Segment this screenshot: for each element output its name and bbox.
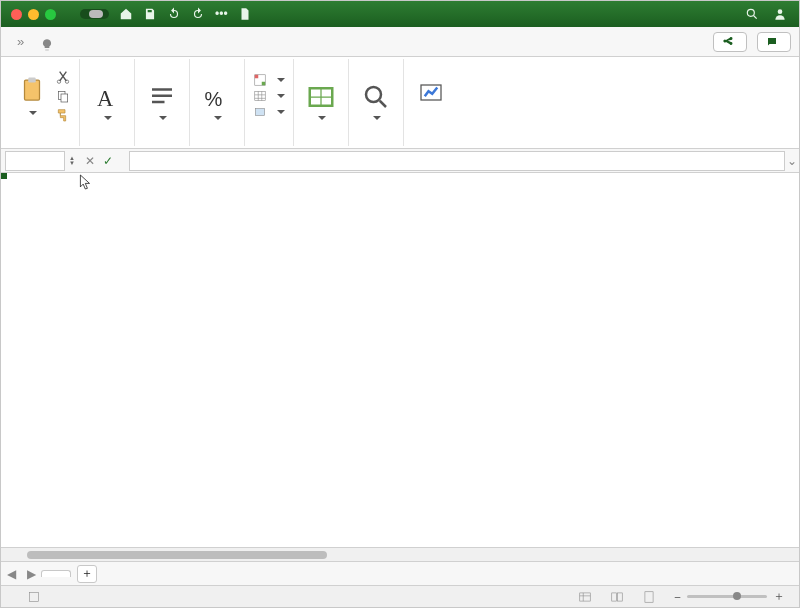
share-icon — [722, 36, 734, 48]
number-format-button[interactable]: % — [198, 80, 236, 124]
search-icon[interactable] — [745, 7, 759, 21]
window-controls — [1, 9, 66, 20]
svg-rect-18 — [29, 592, 38, 601]
paste-icon — [17, 75, 47, 105]
svg-rect-3 — [28, 77, 36, 82]
svg-rect-2 — [25, 80, 40, 100]
ribbon: x A % — [1, 57, 799, 149]
formula-input[interactable] — [129, 151, 785, 171]
cancel-formula-icon[interactable]: ✕ — [81, 154, 99, 168]
svg-text:A: A — [97, 85, 114, 110]
view-layout-icon[interactable] — [610, 590, 624, 604]
svg-point-1 — [778, 9, 783, 14]
document-title — [238, 7, 260, 21]
comments-button[interactable] — [757, 32, 791, 52]
sheet-nav-prev-icon[interactable]: ◀ — [1, 567, 21, 581]
view-normal-icon[interactable] — [578, 590, 592, 604]
account-icon[interactable] — [773, 7, 787, 21]
macro-record-icon[interactable] — [27, 590, 41, 604]
svg-point-5 — [65, 80, 68, 83]
close-window-icon[interactable] — [11, 9, 22, 20]
qat-save-icon[interactable] — [143, 7, 157, 21]
name-box[interactable] — [5, 151, 65, 171]
paste-button[interactable] — [13, 73, 51, 119]
group-alignment — [135, 59, 190, 146]
autosave-toggle[interactable] — [76, 9, 109, 19]
qat-redo-icon[interactable] — [191, 7, 205, 21]
zoom-in-icon[interactable]: ＋ — [773, 589, 785, 604]
sheet-tab-bar: ◀ ▶ ＋ — [1, 561, 799, 585]
svg-point-16 — [366, 87, 381, 102]
title-bar: ••• — [1, 1, 799, 27]
share-button[interactable] — [713, 32, 747, 52]
qat-more-icon[interactable]: ••• — [215, 7, 228, 21]
zoom-slider[interactable] — [687, 595, 767, 598]
ribbon-overflow-icon[interactable]: » — [13, 34, 28, 49]
editing-button[interactable] — [357, 80, 395, 124]
cell-styles-icon — [253, 105, 267, 119]
conditional-formatting-icon — [253, 73, 267, 87]
table-icon — [253, 89, 267, 103]
sheet-tab[interactable] — [41, 570, 71, 577]
analyse-data-button[interactable] — [412, 78, 450, 114]
zoom-out-icon[interactable]: − — [674, 591, 681, 603]
minimize-window-icon[interactable] — [28, 9, 39, 20]
group-editing — [349, 59, 404, 146]
percent-icon: % — [202, 82, 232, 112]
format-painter-icon[interactable] — [55, 107, 71, 123]
svg-rect-11 — [255, 74, 259, 78]
svg-rect-12 — [262, 81, 266, 85]
mouse-cursor-icon — [79, 173, 93, 191]
svg-rect-20 — [612, 592, 617, 600]
svg-rect-13 — [255, 91, 266, 100]
svg-rect-7 — [61, 94, 68, 102]
svg-text:%: % — [205, 87, 223, 109]
svg-point-4 — [57, 80, 60, 83]
lightbulb-icon — [40, 38, 54, 52]
group-font: A — [80, 59, 135, 146]
name-box-spinner[interactable]: ▲▼ — [69, 156, 75, 166]
svg-rect-22 — [645, 591, 653, 602]
add-sheet-button[interactable]: ＋ — [77, 565, 97, 583]
horizontal-scrollbar[interactable] — [1, 547, 799, 561]
font-button[interactable]: A — [88, 80, 126, 124]
comment-icon — [766, 36, 778, 48]
view-pagebreak-icon[interactable] — [642, 590, 656, 604]
group-clipboard: x — [5, 59, 80, 146]
group-styles: x — [245, 59, 294, 146]
group-number: % — [190, 59, 245, 146]
conditional-formatting-button[interactable] — [253, 73, 285, 87]
zoom-control[interactable]: − ＋ — [674, 589, 791, 604]
format-as-table-button[interactable] — [253, 89, 285, 103]
align-icon — [147, 82, 177, 112]
document-icon — [238, 7, 252, 21]
svg-rect-21 — [618, 592, 623, 600]
svg-point-0 — [747, 9, 754, 16]
cut-icon[interactable] — [55, 69, 71, 85]
maximize-window-icon[interactable] — [45, 9, 56, 20]
formula-expand-icon[interactable]: ⌄ — [785, 154, 799, 168]
group-analyse: x — [404, 59, 458, 146]
cell-styles-button[interactable] — [253, 105, 285, 119]
find-icon — [361, 82, 391, 112]
ribbon-tabs: » — [1, 27, 799, 57]
svg-rect-19 — [580, 592, 591, 600]
analyse-icon — [416, 80, 446, 110]
font-icon: A — [92, 82, 122, 112]
cells-button[interactable] — [302, 80, 340, 124]
formula-bar: ▲▼ ✕ ✓ ⌄ — [1, 149, 799, 173]
svg-rect-14 — [255, 108, 264, 115]
qat-home-icon[interactable] — [119, 7, 133, 21]
copy-icon[interactable] — [55, 88, 71, 104]
tell-me-search[interactable] — [32, 34, 66, 56]
confirm-formula-icon[interactable]: ✓ — [99, 154, 117, 168]
status-bar: − ＋ — [1, 585, 799, 607]
alignment-button[interactable] — [143, 80, 181, 124]
sheet-nav-next-icon[interactable]: ▶ — [21, 567, 41, 581]
qat-undo-icon[interactable] — [167, 7, 181, 21]
spreadsheet-grid[interactable] — [1, 173, 799, 547]
group-cells — [294, 59, 349, 146]
cells-icon — [306, 82, 336, 112]
